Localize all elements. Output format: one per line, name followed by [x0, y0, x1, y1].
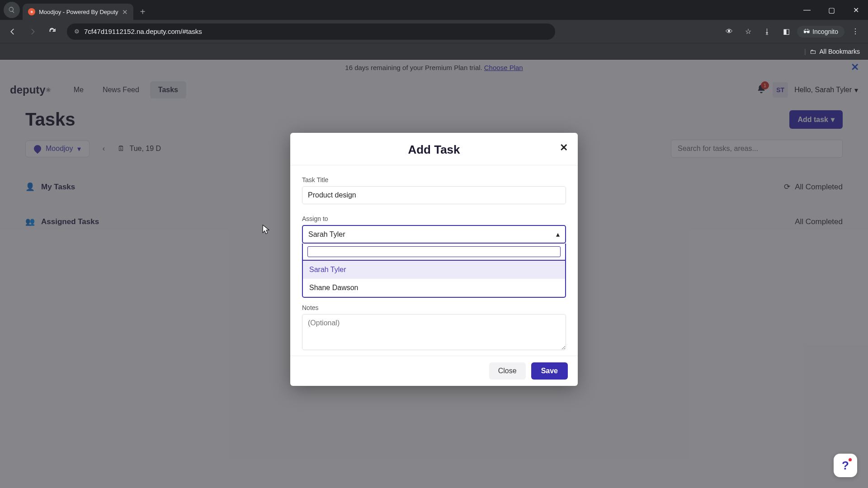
sidepanel-icon[interactable]: ◧: [778, 23, 794, 40]
app-page: 16 days remaining of your Premium Plan t…: [0, 60, 868, 488]
menu-kebab-icon[interactable]: ⋮: [847, 23, 863, 40]
task-title-input[interactable]: [302, 186, 566, 204]
assign-to-label: Assign to: [302, 215, 566, 222]
forward-button[interactable]: [24, 23, 41, 40]
tab-search-icon[interactable]: [4, 2, 20, 18]
window-close-icon[interactable]: ✕: [844, 0, 868, 20]
browser-toolbar: ⚙ 7cf47d19112152.na.deputy.com/#tasks 👁 …: [0, 20, 868, 43]
site-settings-icon[interactable]: ⚙: [74, 28, 80, 35]
window-controls: — ▢ ✕: [795, 0, 868, 20]
bookmark-star-icon[interactable]: ☆: [740, 23, 756, 40]
assign-option[interactable]: Sarah Tyler: [303, 261, 565, 279]
tab-favicon-icon: ✶: [28, 8, 35, 15]
address-bar[interactable]: ⚙ 7cf47d19112152.na.deputy.com/#tasks: [67, 23, 555, 40]
incognito-chip[interactable]: 🕶 Incognito: [797, 26, 844, 38]
tab-close-icon[interactable]: ✕: [122, 9, 128, 15]
reload-button[interactable]: [44, 23, 61, 40]
chevron-up-icon: ▴: [556, 230, 560, 239]
add-task-modal: Add Task ✕ Task Title Assign to Sarah Ty…: [290, 133, 578, 386]
new-tab-button[interactable]: +: [136, 5, 150, 19]
assign-options-list: Sarah Tyler Shane Dawson: [302, 261, 566, 298]
downloads-icon[interactable]: ⭳: [759, 23, 775, 40]
modal-title: Add Task: [290, 143, 578, 157]
mouse-cursor-icon: [262, 225, 270, 237]
browser-tab[interactable]: ✶ Moodjoy - Powered By Deputy ✕: [23, 4, 133, 20]
tab-title: Moodjoy - Powered By Deputy: [39, 9, 118, 15]
notes-label: Notes: [302, 304, 566, 311]
assign-option[interactable]: Shane Dawson: [303, 279, 565, 297]
incognito-icon: 🕶: [803, 28, 810, 35]
assign-filter-input[interactable]: [307, 246, 561, 257]
url-text: 7cf47d19112152.na.deputy.com/#tasks: [84, 28, 202, 35]
notes-textarea[interactable]: [302, 314, 566, 350]
browser-titlebar: ✶ Moodjoy - Powered By Deputy ✕ + — ▢ ✕: [0, 0, 868, 20]
save-button[interactable]: Save: [531, 362, 568, 380]
window-maximize-icon[interactable]: ▢: [819, 0, 844, 20]
help-fab[interactable]: ?: [834, 454, 857, 477]
assign-to-select[interactable]: Sarah Tyler ▴: [302, 225, 566, 244]
window-minimize-icon[interactable]: —: [795, 0, 819, 20]
task-title-label: Task Title: [302, 176, 566, 183]
assign-selected-value: Sarah Tyler: [308, 230, 345, 239]
incognito-label: Incognito: [812, 28, 838, 35]
notif-dot-icon: [849, 458, 852, 461]
assign-filter-box: [302, 244, 566, 261]
all-bookmarks-button[interactable]: All Bookmarks: [820, 48, 860, 55]
close-button[interactable]: Close: [489, 362, 526, 380]
bookmarks-bar: | 🗀 All Bookmarks: [0, 43, 868, 60]
folder-icon: 🗀: [810, 48, 816, 55]
modal-close-icon[interactable]: ✕: [560, 142, 568, 154]
back-button[interactable]: [5, 23, 21, 40]
eye-off-icon[interactable]: 👁: [721, 23, 737, 40]
